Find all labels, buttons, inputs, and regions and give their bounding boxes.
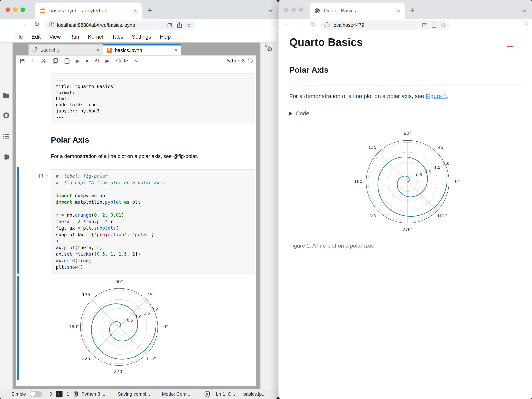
terminals-count[interactable]: 0	[50, 391, 52, 397]
close-window-button[interactable]	[284, 7, 288, 12]
disclosure-triangle-icon	[289, 112, 292, 116]
browser-menu-icon[interactable]: ⋮	[523, 21, 530, 28]
svg-text:315°: 315°	[146, 356, 156, 361]
site-info-icon[interactable]: ⓘ	[324, 21, 330, 29]
copy-cells-icon[interactable]	[52, 58, 58, 64]
restart-kernel-icon[interactable]: ↻	[95, 58, 99, 64]
menu-edit[interactable]: Edit	[32, 34, 41, 40]
share-icon[interactable]	[177, 22, 182, 28]
paste-cells-icon[interactable]	[64, 58, 70, 64]
tab-launcher[interactable]: Launcher ×	[28, 44, 103, 55]
address-bar[interactable]: ⓘ localhost:4479 ☆	[320, 20, 450, 30]
trust-shield-icon[interactable]	[204, 391, 210, 397]
kernel-status-text[interactable]: Python 3 |...	[82, 391, 107, 397]
code-line: subplot_kw = {'projection': 'polar'}	[56, 231, 250, 238]
minimize-window-button[interactable]	[13, 7, 18, 12]
notebook-markdown-heading: Polar Axis	[51, 135, 89, 144]
svg-text:225°: 225°	[82, 356, 93, 361]
code-fold-toggle[interactable]: Code	[289, 110, 309, 117]
run-cell-icon[interactable]: ▶	[76, 58, 80, 63]
tab-launcher-label: Launcher	[40, 47, 61, 53]
new-tab-button[interactable]: +	[147, 6, 152, 15]
kernel-name[interactable]: Python 3	[224, 58, 245, 64]
address-bar[interactable]: ⓘ localhost:8888/lab/tree/basics.ipynb ☆	[45, 20, 195, 30]
tab-search-chevron-icon[interactable]	[522, 8, 526, 12]
window-controls[interactable]	[284, 7, 304, 12]
code-line: #| fig-cap: "A line plot on a polar axis…	[56, 179, 250, 186]
tab-close-icon[interactable]: ×	[397, 7, 400, 14]
notebook-scroll-area[interactable]: ---title: "Quarto Basics"format: html: c…	[16, 66, 256, 387]
tab-notebook[interactable]: basics.ipynb ×	[103, 44, 181, 55]
profile-avatar-badge[interactable]	[507, 46, 513, 47]
site-info-icon[interactable]: ⓘ	[49, 21, 54, 29]
svg-text:180°: 180°	[354, 179, 365, 184]
browser-toolbar: ← → ↻ ⓘ localhost:8888/lab/tree/basics.i…	[0, 19, 278, 31]
forward-icon[interactable]: →	[20, 20, 26, 28]
svg-text:2.0: 2.0	[443, 161, 450, 166]
tab-search-chevron-icon[interactable]	[268, 8, 273, 12]
url-text[interactable]: localhost:4479	[332, 22, 364, 28]
table-of-contents-icon[interactable]	[3, 133, 10, 140]
open-in-window-icon[interactable]	[422, 22, 427, 28]
tab-close-icon[interactable]: ×	[134, 7, 137, 14]
forward-icon[interactable]: →	[297, 20, 303, 28]
window-controls[interactable]	[6, 7, 25, 12]
bookmark-star-icon[interactable]: ☆	[186, 22, 192, 29]
zoom-window-button[interactable]	[20, 7, 25, 12]
kernels-count[interactable]: 1	[66, 391, 69, 397]
close-window-button[interactable]	[6, 7, 10, 12]
menu-file[interactable]: File	[14, 34, 23, 40]
extension-manager-icon[interactable]	[3, 154, 10, 161]
menu-view[interactable]: View	[49, 34, 61, 40]
back-icon[interactable]: ←	[6, 20, 13, 28]
interrupt-kernel-icon[interactable]: ■	[86, 58, 89, 63]
code-fold-label: Code	[296, 110, 309, 117]
cell-type-chevron-icon[interactable]	[135, 58, 139, 62]
menu-run[interactable]: Run	[70, 34, 79, 40]
code-line: #| label: fig-polar	[56, 173, 250, 179]
tab-close-icon[interactable]: ×	[96, 47, 100, 53]
new-tab-button[interactable]: +	[410, 6, 415, 15]
simple-mode-label: Simple	[12, 391, 26, 397]
cell-type-select[interactable]: Code	[116, 58, 128, 64]
kernel-chip-icon[interactable]	[73, 391, 79, 397]
open-in-window-icon[interactable]	[167, 22, 172, 28]
svg-text:1.0: 1.0	[425, 169, 431, 173]
mode-status-text[interactable]: Mode: Com...	[162, 391, 190, 397]
browser-tab[interactable]: basics.ipynb - JupyterLab ×	[35, 3, 142, 19]
terminal-icon[interactable]: $_	[56, 391, 63, 397]
browser-menu-icon[interactable]: ⋮	[271, 21, 277, 28]
yaml-cell[interactable]: ---title: "Quarto Basics"format: html: c…	[51, 73, 255, 124]
figure-1-link[interactable]: Figure 1	[426, 93, 447, 99]
menu-help[interactable]: Help	[160, 34, 171, 40]
reload-icon[interactable]: ↻	[310, 20, 316, 28]
code-cell[interactable]: #| label: fig-polar#| fig-cap: "A line p…	[51, 169, 255, 274]
add-cell-icon[interactable]: +	[31, 58, 35, 64]
tab-close-icon[interactable]: ×	[175, 47, 178, 53]
running-kernels-icon[interactable]	[3, 112, 10, 119]
save-icon[interactable]	[19, 58, 25, 64]
browser-tab[interactable]: Quarto Basics ×	[310, 3, 405, 19]
cut-cells-icon[interactable]	[41, 58, 46, 64]
yaml-line: ---	[56, 114, 250, 120]
menu-kernel[interactable]: Kernel	[88, 34, 103, 40]
restart-run-all-icon[interactable]: ▶▶	[106, 59, 108, 63]
url-text[interactable]: localhost:8888/lab/tree/basics.ipynb	[57, 22, 135, 28]
back-icon[interactable]: ←	[284, 20, 290, 28]
kernel-status-icon[interactable]	[248, 58, 253, 63]
svg-text:0°: 0°	[455, 179, 460, 184]
code-line: ax.set_rticks([0.5, 1, 1.5, 2])	[56, 251, 250, 258]
zoom-window-button[interactable]	[299, 7, 304, 12]
svg-text:45°: 45°	[147, 292, 155, 297]
file-browser-icon[interactable]	[3, 92, 10, 99]
share-icon[interactable]	[431, 22, 437, 28]
minimize-window-button[interactable]	[291, 7, 296, 12]
reload-icon[interactable]: ↻	[34, 20, 40, 28]
bookmark-star-icon[interactable]: ☆	[441, 22, 446, 29]
input-collapser[interactable]	[17, 167, 19, 274]
menu-tabs[interactable]: Tabs	[112, 34, 123, 40]
output-collapser[interactable]	[17, 276, 19, 380]
cursor-position-text[interactable]: Ln 1, C...	[216, 391, 235, 397]
simple-mode-toggle[interactable]	[30, 391, 42, 397]
menu-settings[interactable]: Settings	[132, 34, 151, 40]
